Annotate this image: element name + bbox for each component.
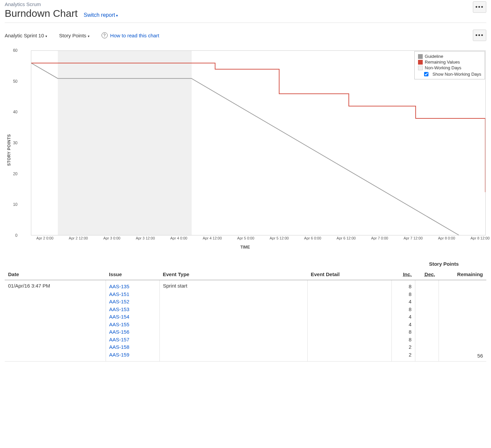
- inc-value: 8: [395, 306, 412, 313]
- switch-report-label: Switch report: [84, 12, 115, 18]
- issue-link[interactable]: AAS-154: [109, 313, 156, 321]
- issue-link[interactable]: AAS-135: [109, 283, 156, 291]
- x-tick: Apr 2 12:00: [69, 236, 88, 240]
- metric-dropdown[interactable]: Story Points▾: [59, 33, 89, 38]
- col-event-detail[interactable]: Event Detail: [307, 269, 391, 280]
- burndown-chart: STORY POINTS 0102030405060 Guideline Rem…: [5, 50, 486, 250]
- x-tick: Apr 3 12:00: [136, 236, 155, 240]
- legend-nonworking-label: Non-Working Days: [425, 65, 461, 70]
- table-supertitle: Story Points: [5, 261, 486, 267]
- cell-issues: AAS-135AAS-151AAS-152AAS-153AAS-154AAS-1…: [106, 280, 159, 362]
- x-tick: Apr 7 0:00: [371, 236, 388, 240]
- inc-value: 4: [395, 321, 412, 329]
- inc-value: 8: [395, 328, 412, 336]
- switch-report-link[interactable]: Switch report▾: [84, 12, 118, 18]
- x-tick: Apr 7 12:00: [404, 236, 423, 240]
- page-title: Burndown Chart: [5, 8, 78, 19]
- y-tick: 0: [7, 233, 17, 238]
- inc-value: 8: [395, 283, 412, 291]
- col-date[interactable]: Date: [5, 269, 106, 280]
- more-actions-button[interactable]: •••: [473, 1, 486, 13]
- chart-plot-area: Guideline Remaining Values Non-Working D…: [31, 50, 486, 235]
- col-inc[interactable]: Inc.: [391, 269, 415, 280]
- chevron-down-icon: ▾: [45, 34, 47, 38]
- col-event-type[interactable]: Event Type: [159, 269, 307, 280]
- series-guideline: [31, 63, 459, 235]
- legend-swatch-remaining: [418, 60, 423, 65]
- inc-value: 4: [395, 298, 412, 306]
- col-remaining[interactable]: Remaining: [439, 269, 486, 280]
- metric-dropdown-label: Story Points: [59, 33, 86, 38]
- legend-swatch-nonworking: [418, 66, 423, 70]
- issue-link[interactable]: AAS-158: [109, 343, 156, 351]
- inc-value: 2: [395, 351, 412, 359]
- inc-value: 2: [395, 343, 412, 351]
- how-to-read-link[interactable]: ? How to read this chart: [102, 32, 159, 38]
- inc-value: 8: [395, 336, 412, 344]
- inc-value: 4: [395, 313, 412, 321]
- breadcrumb[interactable]: Analytics Scrum: [5, 1, 118, 7]
- y-tick: 10: [7, 202, 17, 207]
- x-tick: Apr 6 12:00: [337, 236, 356, 240]
- x-tick: Apr 4 12:00: [203, 236, 222, 240]
- cell-remaining: 56: [439, 280, 486, 362]
- help-link-label: How to read this chart: [110, 33, 159, 38]
- issue-link[interactable]: AAS-155: [109, 321, 156, 329]
- issue-link[interactable]: AAS-151: [109, 291, 156, 298]
- issue-link[interactable]: AAS-152: [109, 298, 156, 306]
- cell-event-type: Sprint start: [159, 280, 307, 362]
- cell-dec: [415, 280, 439, 362]
- chart-legend: Guideline Remaining Values Non-Working D…: [414, 51, 485, 79]
- issue-link[interactable]: AAS-157: [109, 336, 156, 344]
- sprint-dropdown[interactable]: Analytic Sprint 10▾: [5, 33, 47, 38]
- chart-more-button[interactable]: •••: [473, 30, 486, 41]
- cell-event-detail: [307, 280, 391, 362]
- x-tick: Apr 4 0:00: [170, 236, 187, 240]
- help-icon: ?: [102, 32, 108, 38]
- x-tick: Apr 5 0:00: [237, 236, 254, 240]
- ellipsis-icon: •••: [476, 4, 484, 11]
- ellipsis-icon: •••: [476, 32, 484, 39]
- legend-guideline-label: Guideline: [425, 54, 443, 59]
- y-tick: 50: [7, 79, 17, 84]
- issue-link[interactable]: AAS-159: [109, 351, 156, 359]
- y-tick: 40: [7, 110, 17, 114]
- y-axis-label: STORY POINTS: [7, 134, 11, 166]
- legend-swatch-guideline: [418, 54, 423, 59]
- sprint-dropdown-label: Analytic Sprint 10: [5, 33, 44, 38]
- issue-link[interactable]: AAS-153: [109, 306, 156, 313]
- col-issue[interactable]: Issue: [106, 269, 159, 280]
- x-tick: Apr 3 0:00: [103, 236, 120, 240]
- x-tick: Apr 8 12:00: [470, 236, 490, 240]
- issue-link[interactable]: AAS-156: [109, 328, 156, 336]
- chevron-down-icon: ▾: [116, 13, 118, 17]
- x-tick: Apr 6 0:00: [304, 236, 321, 240]
- x-tick: Apr 2 0:00: [36, 236, 53, 240]
- events-table: Date Issue Event Type Event Detail Inc. …: [5, 269, 486, 362]
- y-tick: 20: [7, 172, 17, 176]
- chevron-down-icon: ▾: [88, 34, 89, 38]
- series-remaining-values: [31, 63, 485, 192]
- x-axis-label: TIME: [240, 245, 250, 250]
- y-tick: 30: [7, 141, 17, 145]
- cell-date: 01/Apr/16 3:47 PM: [5, 280, 106, 362]
- table-row: 01/Apr/16 3:47 PM AAS-135AAS-151AAS-152A…: [5, 280, 486, 362]
- cell-inc: 8848448822: [391, 280, 415, 362]
- legend-remaining-label: Remaining Values: [425, 60, 460, 65]
- x-tick: Apr 5 12:00: [270, 236, 289, 240]
- y-tick: 60: [7, 48, 17, 53]
- show-nonworking-label: Show Non-Working Days: [432, 72, 481, 77]
- show-nonworking-checkbox[interactable]: [424, 72, 428, 76]
- inc-value: 8: [395, 291, 412, 298]
- x-tick: Apr 8 0:00: [438, 236, 455, 240]
- col-dec[interactable]: Dec.: [415, 269, 439, 280]
